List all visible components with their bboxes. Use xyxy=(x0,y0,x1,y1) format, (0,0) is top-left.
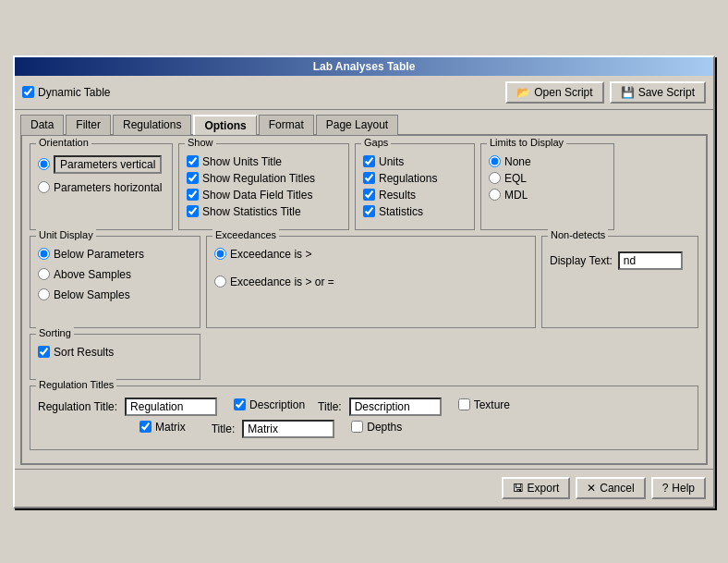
limit-mdl[interactable]: MDL xyxy=(489,189,606,202)
limit-eql-label: EQL xyxy=(504,172,527,185)
orientation-vertical[interactable]: Parameters vertical xyxy=(38,155,164,174)
tab-options[interactable]: Options xyxy=(193,115,256,135)
dynamic-table-container: Dynamic Table xyxy=(22,86,110,99)
limit-mdl-label: MDL xyxy=(504,189,528,202)
export-label: Export xyxy=(528,482,560,495)
limits-panel: Limits to Display None EQL MDL xyxy=(480,143,614,230)
cancel-button[interactable]: ✕ Cancel xyxy=(576,477,645,499)
limit-eql-radio[interactable] xyxy=(489,172,501,184)
gap-regulations-checkbox[interactable] xyxy=(363,172,375,184)
exceedance-gte[interactable]: Exceedance is > or = xyxy=(214,275,528,288)
sort-results-label: Sort Results xyxy=(54,346,114,359)
show-data-field-titles[interactable]: Show Data Field Titles xyxy=(187,189,341,202)
texture-check[interactable]: Texture xyxy=(458,398,510,411)
exceedance-gt-radio[interactable] xyxy=(214,248,226,260)
depths-check[interactable]: Depths xyxy=(351,421,402,434)
bottom-bar: 🖫 Export ✕ Cancel ? Help xyxy=(15,469,713,507)
show-regulation-titles[interactable]: Show Regulation Titles xyxy=(187,172,341,185)
export-icon: 🖫 xyxy=(513,482,524,495)
exceedance-gt[interactable]: Exceedance is > xyxy=(214,248,528,261)
open-script-icon: 📂 xyxy=(516,86,530,99)
gap-results-checkbox[interactable] xyxy=(363,189,375,201)
open-script-button[interactable]: 📂 Open Script xyxy=(505,81,603,104)
sorting-content: Sort Results xyxy=(38,346,192,359)
orientation-horizontal-label: Parameters horizontal xyxy=(54,181,162,194)
gaps-items: Units Regulations Results Statistics xyxy=(363,155,467,218)
orientation-horizontal[interactable]: Parameters horizontal xyxy=(38,181,164,194)
show-items: Show Units Title Show Regulation Titles … xyxy=(187,155,341,218)
show-statistics-title[interactable]: Show Statistics Title xyxy=(187,205,341,218)
cancel-label: Cancel xyxy=(600,482,634,495)
show-units-checkbox[interactable] xyxy=(187,155,199,167)
row1: Orientation Parameters vertical Paramete… xyxy=(30,143,698,230)
description-label: Description xyxy=(249,398,305,411)
export-button[interactable]: 🖫 Export xyxy=(502,477,571,499)
limit-eql[interactable]: EQL xyxy=(489,172,606,185)
limit-none[interactable]: None xyxy=(489,155,606,168)
texture-checkbox[interactable] xyxy=(458,398,470,410)
tab-regulations[interactable]: Regulations xyxy=(113,115,191,135)
dynamic-table-checkbox[interactable] xyxy=(22,86,34,98)
orientation-options: Parameters vertical Parameters horizonta… xyxy=(38,155,164,194)
tab-format[interactable]: Format xyxy=(259,115,314,135)
display-text-label: Display Text: xyxy=(550,254,613,267)
tab-filter[interactable]: Filter xyxy=(66,115,111,135)
limit-none-label: None xyxy=(504,155,531,168)
unit-above-samples[interactable]: Above Samples xyxy=(38,268,192,281)
tab-data[interactable]: Data xyxy=(20,115,64,135)
unit-display-panel: Unit Display Below Parameters Above Samp… xyxy=(30,236,200,328)
show-statistics-checkbox[interactable] xyxy=(187,205,199,217)
description-title-label: Title: xyxy=(318,400,342,413)
regulation-titles-content: Regulation Title: Description Title: Tex… xyxy=(38,398,690,438)
unit-below-params[interactable]: Below Parameters xyxy=(38,248,192,261)
non-detects-title: Non-detects xyxy=(548,229,608,240)
matrix-check[interactable]: Matrix xyxy=(140,421,186,434)
exceedances-options: Exceedance is > Exceedance is > or = xyxy=(214,248,528,288)
orientation-horizontal-radio[interactable] xyxy=(38,181,50,193)
unit-below-params-radio[interactable] xyxy=(38,248,50,260)
depths-checkbox[interactable] xyxy=(351,421,363,433)
matrix-checkbox[interactable] xyxy=(140,421,152,433)
gap-results[interactable]: Results xyxy=(363,189,467,202)
description-check[interactable]: Description xyxy=(234,398,305,411)
unit-below-samples[interactable]: Below Samples xyxy=(38,288,192,301)
tab-page-layout[interactable]: Page Layout xyxy=(316,115,398,135)
show-regulation-checkbox[interactable] xyxy=(187,172,199,184)
description-title-input[interactable] xyxy=(349,398,442,416)
matrix-title-input[interactable] xyxy=(242,420,334,438)
unit-above-samples-radio[interactable] xyxy=(38,268,50,280)
help-button[interactable]: ? Help xyxy=(651,477,706,499)
cancel-icon: ✕ xyxy=(587,482,596,495)
gap-statistics[interactable]: Statistics xyxy=(363,205,467,218)
save-script-button[interactable]: 💾 Save Script xyxy=(610,81,706,104)
help-label: Help xyxy=(672,482,695,495)
limit-mdl-radio[interactable] xyxy=(489,189,501,201)
gap-units[interactable]: Units xyxy=(363,155,467,168)
unit-display-title: Unit Display xyxy=(36,229,96,240)
show-data-field-checkbox[interactable] xyxy=(187,189,199,201)
limit-none-radio[interactable] xyxy=(489,155,501,167)
unit-below-samples-radio[interactable] xyxy=(38,288,50,300)
sort-results[interactable]: Sort Results xyxy=(38,346,192,359)
exceedances-title: Exceedances xyxy=(212,229,279,240)
title-bar: Lab Analyses Table xyxy=(15,57,713,76)
gap-units-checkbox[interactable] xyxy=(363,155,375,167)
orientation-panel: Orientation Parameters vertical Paramete… xyxy=(30,143,173,230)
gap-statistics-label: Statistics xyxy=(379,205,423,218)
display-text-input[interactable] xyxy=(618,251,683,270)
row2: Unit Display Below Parameters Above Samp… xyxy=(30,236,698,328)
exceedance-gt-label: Exceedance is > xyxy=(230,248,311,261)
gap-statistics-checkbox[interactable] xyxy=(363,205,375,217)
regulation-title-input[interactable] xyxy=(125,398,217,416)
show-data-field-label: Show Data Field Titles xyxy=(202,189,312,202)
exceedance-gte-radio[interactable] xyxy=(214,275,226,288)
dynamic-table-label: Dynamic Table xyxy=(38,86,110,99)
gap-regulations[interactable]: Regulations xyxy=(363,172,467,185)
description-checkbox[interactable] xyxy=(234,398,246,410)
orientation-vertical-radio[interactable] xyxy=(38,158,50,170)
toolbar: Dynamic Table 📂 Open Script 💾 Save Scrip… xyxy=(15,76,713,110)
orientation-title: Orientation xyxy=(36,137,91,148)
show-units-title[interactable]: Show Units Title xyxy=(187,155,341,168)
dialog: Lab Analyses Table Dynamic Table 📂 Open … xyxy=(13,55,715,508)
sort-results-checkbox[interactable] xyxy=(38,346,50,358)
